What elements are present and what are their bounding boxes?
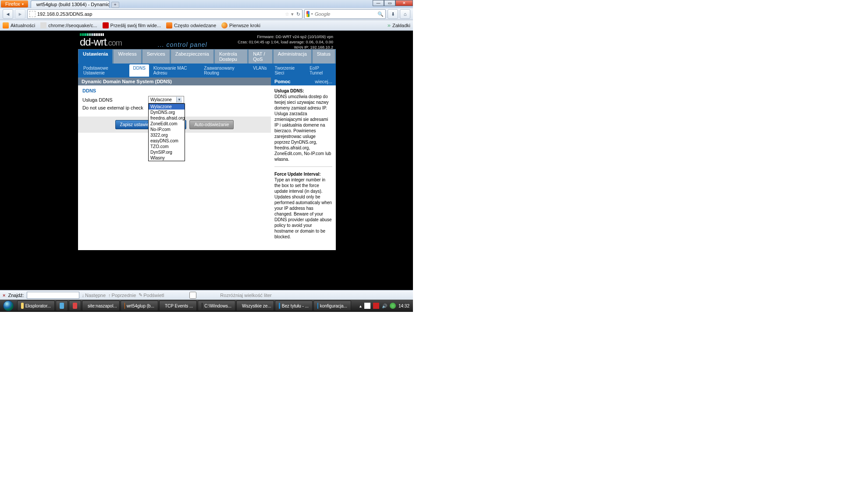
select-option[interactable]: Wlasny [149,155,185,161]
taskbar-item[interactable] [56,301,68,311]
taskbar: Eksplorator...site:naszapol...wrt54glup … [0,300,413,312]
bookmarks-icon: » [388,22,391,28]
select-option[interactable]: easyDNS.com [149,138,185,144]
taskbar-item[interactable]: C:\Windows... [198,301,235,311]
bookmark-item[interactable]: Pierwsze kroki [221,22,260,28]
search-bar[interactable]: ▾ 🔍 [304,9,386,19]
find-highlight-button[interactable]: ✎ Podświetl [139,292,164,298]
url-bar[interactable]: ☆ ▾ ↻ [27,9,302,19]
window-minimize-button[interactable]: — [373,0,384,6]
find-matchcase-checkbox[interactable]: Rozróżniaj wielkość liter [167,292,271,299]
sub-tab-tworzenie-sieci[interactable]: Tworzenie Sieci [271,64,305,77]
new-tab-button[interactable]: + [111,2,119,8]
select-option[interactable]: DynSIP.org [149,149,185,155]
forward-button[interactable]: ► [15,9,25,19]
taskbar-item[interactable]: Eksplorator... [17,301,55,311]
feed-icon[interactable]: ☆ [285,11,289,17]
app-icon [21,303,24,309]
main-tab-wireless[interactable]: Wireless [113,49,141,64]
bookmark-item[interactable]: Często odwiedzane [166,22,216,28]
taskbar-item[interactable]: Wszystkie ze... [236,301,274,311]
control-panel-label: ... control panel [158,41,207,48]
taskbar-item[interactable] [69,301,81,311]
sub-tab-eoip-tunnel[interactable]: EoIP Tunnel [306,64,334,77]
taskbar-item[interactable]: TCP Events ... [159,301,197,311]
taskbar-label: Eksplorator... [25,304,51,308]
page-content: dd-wrt.com ... control panel Firmware: D… [0,31,413,300]
uptime-label: Czas: 01:04:45 up 1:04, load average: 0.… [238,39,333,45]
select-option[interactable]: ZoneEdit.com [149,121,185,127]
select-option[interactable]: Wylaczone [149,104,185,110]
window-maximize-button[interactable]: ▭ [384,0,395,6]
close-icon[interactable]: × [3,293,5,298]
select-option[interactable]: DynDNS.org [149,110,185,115]
browser-tab[interactable]: wrt54glup (build 13064) - Dynamiczny D..… [31,0,110,8]
taskbar-item[interactable]: konfiguracja... [313,301,351,311]
bookmark-item[interactable]: Prześlij swój film wide... [103,22,161,28]
find-next-button[interactable]: ↓ Następne [82,293,106,298]
sub-tab-podstawowe-ustawienie[interactable]: Podstawowe Ustawienie [80,64,128,77]
ddns-service-select[interactable]: Wylaczone ▼ [148,96,184,103]
dropdown-icon[interactable]: ▾ [291,11,294,17]
bookmark-label: Aktualności [11,23,35,28]
reload-button[interactable]: ↻ [296,11,300,17]
sub-tab-zaawansowany-routing[interactable]: Zaawansowany Routing [200,64,249,77]
field-label-extip: Do not use external ip check [82,105,143,110]
sub-tabs: Podstawowe UstawienieDDNSKlonowanie MAC … [78,64,336,78]
sub-tab-ddns[interactable]: DDNS [129,64,149,77]
select-option[interactable]: No-IP.com [149,127,185,132]
window-close-button[interactable]: ✕ [395,0,413,6]
taskbar-item[interactable]: wrt54glup (b... [121,301,158,311]
main-tab-nat-qos[interactable]: NAT / QoS [248,49,272,64]
main-tab-kontrola-dostepu[interactable]: Kontrola Dostepu [214,49,248,64]
browser-navbar: ◄ ► ☆ ▾ ↻ ▾ 🔍 ⬇ ⌂ [0,8,413,20]
taskbar-label: konfiguracja... [320,304,347,308]
home-button[interactable]: ⌂ [400,9,410,19]
select-option[interactable]: freedns.afraid.org [149,115,185,121]
tray-chevron-icon[interactable]: ▴ [359,304,362,308]
taskbar-item[interactable]: Bez tytułu - ... [275,301,313,311]
network-icon[interactable] [390,303,396,309]
app-icon [202,303,203,309]
main-tab-ustawienia[interactable]: Ustawienia [78,49,113,64]
antivirus-icon[interactable] [373,303,379,309]
bookmark-item[interactable]: Aktualności [3,22,35,28]
app-icon [125,303,125,309]
page-icon [40,22,46,28]
autorefresh-button[interactable]: Auto-odświeżanie [189,120,234,129]
find-input[interactable] [27,292,79,299]
router-panel: dd-wrt.com ... control panel Firmware: D… [78,32,336,250]
search-icon[interactable]: 🔍 [377,11,384,17]
select-option[interactable]: TZO.com [149,144,185,149]
main-tab-administracja[interactable]: Administracja [273,49,312,64]
flag-icon[interactable] [364,303,370,309]
help-more-link[interactable]: wiecej... [315,79,332,84]
bookmark-label: chrome://seoquake/c... [48,23,97,28]
bookmarks-menu[interactable]: »Zakładki [388,22,410,28]
matchcase-input[interactable] [167,292,219,299]
main-tab-services[interactable]: Services [142,49,170,64]
firefox-menu-button[interactable]: Firefox [1,0,28,7]
find-label: Znajdź: [8,293,24,298]
search-input[interactable] [315,11,376,17]
main-tab-zabezpieczenia[interactable]: Zabezpieczenia [171,49,214,64]
chevron-down-icon: ▼ [176,97,182,103]
url-input[interactable] [37,11,283,17]
select-option[interactable]: 3322.org [149,132,185,138]
find-prev-button[interactable]: ↑ Poprzednie [108,293,136,298]
start-button[interactable] [0,300,17,312]
volume-icon[interactable]: 🔊 [382,304,387,308]
sub-tab-klonowanie-mac-adresu[interactable]: Klonowanie MAC Adresu [150,64,199,77]
downloads-button[interactable]: ⬇ [388,9,398,19]
clock[interactable]: 14:32 [398,304,409,308]
select-dropdown: WylaczoneDynDNS.orgfreedns.afraid.orgZon… [148,103,185,161]
taskbar-label: Bez tytułu - ... [282,304,309,308]
sub-tab-vlans[interactable]: VLANs [249,64,270,77]
main-tabs: UstawieniaWirelessServicesZabezpieczenia… [78,49,336,64]
bookmark-item[interactable]: chrome://seoquake/c... [40,22,97,28]
main-tab-status[interactable]: Status [312,49,335,64]
taskbar-item[interactable]: site:naszapol... [82,301,120,311]
firmware-label: Firmware: DD-WRT v24-sp2 (10/10/09) vpn [238,34,333,39]
back-button[interactable]: ◄ [3,9,13,19]
windows-icon [3,301,14,311]
